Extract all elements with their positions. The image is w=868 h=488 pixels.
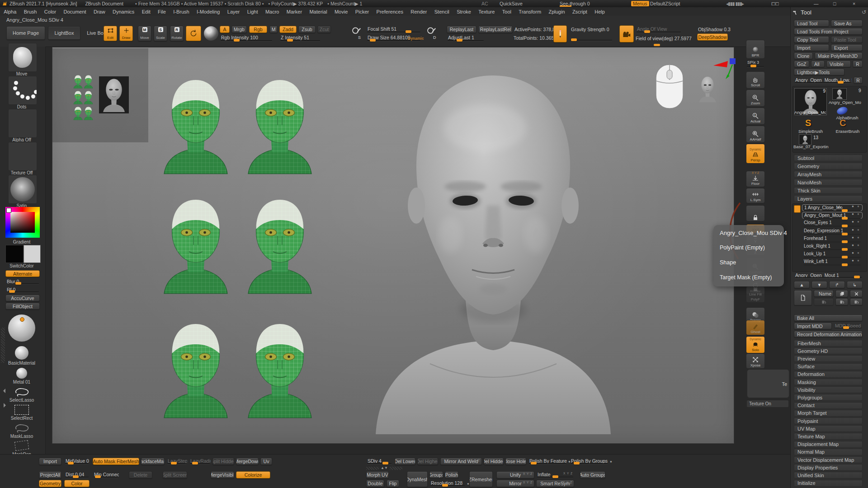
bottom-split-hidden-button[interactable]: Split Hidden (212, 458, 234, 465)
layer-eye-icon[interactable]: ● (857, 251, 859, 255)
alphabrush-thumb[interactable] (836, 106, 849, 115)
bottom-del-higher-button[interactable]: Del Higher (417, 458, 438, 465)
menu-light[interactable]: Light (243, 9, 261, 14)
layer-merge-down-icon[interactable]: ↳ (847, 281, 863, 288)
section-visibility[interactable]: Visibility (794, 386, 863, 393)
layer-record-icon[interactable]: ● (852, 235, 854, 239)
section-surface[interactable]: Surface (794, 363, 863, 370)
left-tray-scroll[interactable] (1, 328, 5, 363)
draw-size-64-88109-handle[interactable] (370, 39, 376, 42)
menu-preferences[interactable]: Preferences (373, 9, 407, 14)
layer-eye-icon[interactable]: ● (857, 204, 859, 208)
shelf-line-fill-button[interactable]: Line FillPolyF (746, 286, 765, 303)
name-r-button[interactable]: R (854, 77, 863, 84)
light-placement-sphere[interactable] (8, 314, 35, 342)
bottom-flip-button[interactable]: Flip (387, 480, 399, 487)
section-initialize[interactable]: Initialize (794, 480, 863, 487)
shelf-persp-button[interactable]: DynamicPersp (746, 144, 765, 164)
reference-thumb-green[interactable] (73, 75, 83, 89)
shelf-solo-button[interactable]: DynamicSolo (746, 336, 765, 353)
section-nanomesh[interactable]: NanoMesh (794, 179, 863, 186)
panel-reset-icon[interactable]: ↺ (862, 9, 866, 15)
default-zscript-button[interactable]: DefaultZScript (650, 1, 680, 6)
maskpen-icon[interactable] (13, 441, 31, 451)
mode-scale-button[interactable]: SScale (154, 26, 167, 41)
simplebrush-icon[interactable]: S (805, 118, 811, 128)
paint-mrgb-button[interactable]: Mrgb (231, 26, 247, 33)
section-arraymesh[interactable]: ArrayMesh (794, 171, 863, 178)
menu-stencil[interactable]: Stencil (431, 9, 453, 14)
shelf-xpose-button[interactable]: Xpose (746, 353, 765, 369)
import-mdd-button[interactable]: Import MDD (794, 323, 832, 329)
home-page-button[interactable]: Home Page (6, 26, 45, 40)
tray-expand-arrow[interactable] (4, 403, 8, 408)
inflate-handle[interactable] (552, 475, 558, 478)
shelf-aahalf-button[interactable]: AAHalf (746, 126, 765, 143)
focal-shift-51-handle[interactable] (406, 30, 411, 33)
masklasso-icon[interactable] (13, 423, 31, 433)
bottom-smart-resym-button[interactable]: Smart ReSymX Y Z (536, 480, 574, 487)
menu-render[interactable]: Render (407, 9, 430, 14)
selectrect-icon[interactable] (13, 405, 31, 415)
bottom-color-button[interactable]: Color (64, 480, 90, 487)
section-geometry-hd[interactable]: Geometry HD (794, 347, 863, 354)
paint-zcut-button[interactable]: Zcut (317, 26, 331, 33)
mdd-speed-handle[interactable] (843, 326, 849, 329)
mode-edit-button[interactable]: Edit (104, 26, 117, 41)
main-color-swatch[interactable] (5, 245, 24, 263)
lightbox-button[interactable]: LightBox (48, 26, 80, 40)
record-deformation-button[interactable]: Record Deformation Animation (794, 331, 863, 338)
shelf-zoom-button[interactable]: Zoom (746, 89, 765, 107)
basicmaterial-sphere[interactable] (15, 346, 28, 360)
menu-transform[interactable]: Transform (515, 9, 545, 14)
bottom-mergevisible-button[interactable]: MergeVisible (211, 471, 234, 479)
dist-0-04-handle[interactable] (73, 475, 79, 478)
paint-zadd-button[interactable]: Zadd (279, 26, 297, 33)
bottom-polish-button[interactable]: Polish (445, 471, 458, 479)
section-masking[interactable]: Masking (794, 379, 863, 385)
layer-record-icon[interactable]: ● (852, 212, 854, 216)
rgb-intensity-100-handle[interactable] (234, 39, 240, 42)
alternate-button[interactable]: Alternate (5, 270, 40, 277)
layer-new-button[interactable] (794, 290, 812, 305)
replay-last-rel-button[interactable]: ReplayLastRel (478, 26, 513, 33)
layer-eye-icon[interactable]: ● (857, 235, 859, 239)
menu-zplugin[interactable]: Zplugin (545, 9, 568, 14)
bottom-del-hidden-button[interactable]: Del Hidden (484, 458, 504, 465)
goz-r-button[interactable]: R (853, 61, 863, 67)
bottom-colorize-button[interactable]: Colorize (236, 471, 270, 479)
lazyradius-handle[interactable] (192, 462, 198, 465)
layer-record-icon[interactable]: ● (852, 204, 854, 208)
menu-marker[interactable]: Marker (283, 9, 306, 14)
bottom-sdiv-4-slider[interactable]: SDiv 4 (366, 458, 392, 465)
mode-draw-button[interactable]: Draw (119, 26, 133, 41)
menu-color[interactable]: Color (41, 9, 60, 14)
layer-move-up-button[interactable]: ▲ (794, 281, 810, 288)
deep-shadow-button[interactable]: DeepShadow (697, 33, 728, 41)
layer-intensity-handle[interactable] (842, 233, 848, 235)
layer-move-down-button[interactable]: ▼ (811, 281, 827, 288)
menu-macro[interactable]: Macro (262, 9, 283, 14)
section-vector-displacement-map[interactable]: Vector Displacement Map (794, 456, 863, 463)
mode-rotate-button[interactable]: RRotate (170, 26, 184, 41)
bottom-delete-button[interactable]: Delete (129, 471, 152, 479)
menu-i-brush[interactable]: I-Brush (170, 9, 193, 14)
bottom-mirror-and-weld-button[interactable]: Mirror And WeldX Y Z (440, 458, 482, 465)
layer-intensity-handle[interactable] (842, 256, 848, 258)
texture-off-thumbnail[interactable] (8, 142, 37, 171)
layer-name-button[interactable]: Name (814, 290, 834, 297)
color-picker-cursor[interactable] (6, 208, 11, 213)
layer-merge-right-icon[interactable]: ↱ (829, 281, 845, 288)
section-deformation[interactable]: Deformation (794, 371, 863, 378)
clone-button[interactable]: Clone (794, 52, 813, 59)
window-layout-icon[interactable]: ⧠⧠ (771, 1, 779, 7)
layer-split-button[interactable] (835, 298, 848, 305)
bottom-lazyradius-slider[interactable]: LazyRadius (189, 458, 211, 465)
load-tools-from-project-button[interactable]: Load Tools From Project (794, 28, 863, 35)
bottom-min-connected-f-slider[interactable]: Min Connected F (93, 471, 119, 479)
tool-name-slider[interactable]: Angry_Open_Mouth_Low. 50 (794, 77, 852, 84)
bottom-unify-button[interactable]: UnifyX Y Z (496, 471, 534, 479)
blur-0-handle[interactable] (15, 282, 21, 285)
bottom-mirror-button[interactable]: MirrorX Y Z (496, 480, 534, 487)
section-layers-header[interactable]: Layers (794, 195, 863, 202)
